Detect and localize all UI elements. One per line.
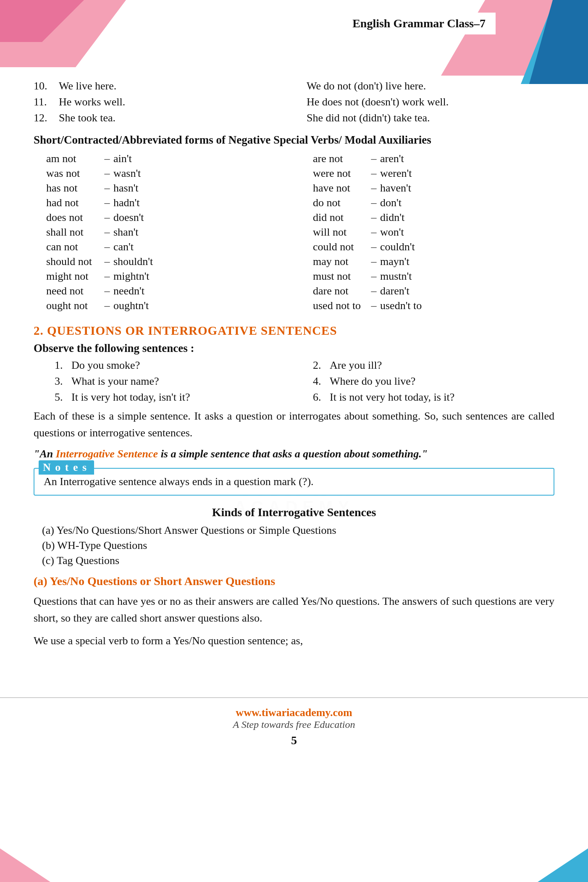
neg-dash: – (368, 299, 380, 312)
neg-dash: – (101, 226, 113, 239)
kinds-list-item: (a) Yes/No Questions/Short Answer Questi… (42, 524, 554, 537)
item-number: 11. (34, 96, 59, 108)
neg-short: mustn't (380, 270, 435, 283)
neg-full: used not to (313, 299, 368, 312)
sentence-item: 6.It is not very hot today, is it? (313, 391, 554, 404)
main-content: 10. We live here. We do not (don't) live… (0, 0, 588, 680)
kinds-list: (a) Yes/No Questions/Short Answer Questi… (42, 524, 554, 567)
neg-row: may not–mayn't (313, 255, 554, 268)
neg-short: couldn't (380, 241, 435, 253)
negative-forms-table: am not–ain'twas not–wasn'thas not–hasn't… (46, 152, 554, 312)
item-right: We do not (don't) live here. (307, 80, 554, 92)
neg-dash: – (368, 152, 380, 165)
item-left: He works well. (59, 96, 307, 108)
neg-row: dare not–daren't (313, 285, 554, 297)
neg-row: will not–won't (313, 226, 554, 239)
neg-row: does not–doesn't (46, 211, 288, 224)
sentence-text: It is very hot today, isn't it? (71, 391, 190, 404)
neg-short: doesn't (113, 211, 168, 224)
neg-full: do not (313, 197, 368, 209)
neg-short: needn't (113, 285, 168, 297)
neg-full: have not (313, 182, 368, 194)
neg-dash: – (101, 299, 113, 312)
neg-row: ought not–oughtn't (46, 299, 288, 312)
kinds-list-item: (b) WH-Type Questions (42, 539, 554, 552)
neg-full: did not (313, 211, 368, 224)
neg-row: was not–wasn't (46, 167, 288, 180)
neg-short: usedn't to (380, 299, 435, 312)
neg-col-left: am not–ain'twas not–wasn'thas not–hasn't… (46, 152, 288, 312)
neg-dash: – (101, 197, 113, 209)
neg-row: could not–couldn't (313, 241, 554, 253)
neg-dash: – (368, 226, 380, 239)
sentence-num: 4. (313, 375, 326, 388)
observe-label: Observe the following sentences : (34, 342, 554, 355)
sentence-item: 5.It is very hot today, isn't it? (55, 391, 296, 404)
neg-full: will not (313, 226, 368, 239)
sentence-num: 3. (55, 375, 67, 388)
sentence-num: 6. (313, 391, 326, 404)
neg-short: weren't (380, 167, 435, 180)
definition-colored-word: Interrogative Sentence (56, 448, 158, 460)
neg-row: has not–hasn't (46, 182, 288, 194)
neg-full: must not (313, 270, 368, 283)
neg-row: did not–didn't (313, 211, 554, 224)
kinds-list-item: (c) Tag Questions (42, 554, 554, 567)
neg-short: haven't (380, 182, 435, 194)
list-item: 11. He works well. He does not (doesn't)… (34, 96, 554, 108)
sentences-grid: 1.Do you smoke?2.Are you ill?3.What is y… (55, 359, 554, 404)
neg-dash: – (101, 255, 113, 268)
item-left: She took tea. (59, 112, 307, 124)
item-left: We live here. (59, 80, 307, 92)
neg-row: need not–needn't (46, 285, 288, 297)
neg-dash: – (101, 152, 113, 165)
sentence-item: 2.Are you ill? (313, 359, 554, 372)
sentence-item: 3.What is your name? (55, 375, 296, 388)
neg-row: am not–ain't (46, 152, 288, 165)
notes-label: N o t e s (39, 460, 94, 475)
neg-full: shall not (46, 226, 101, 239)
neg-dash: – (101, 270, 113, 283)
neg-short: shouldn't (113, 255, 168, 268)
neg-dash: – (101, 211, 113, 224)
paragraph3: We use a special verb to form a Yes/No q… (34, 633, 554, 649)
neg-short: hasn't (113, 182, 168, 194)
neg-col-right: are not–aren'twere not–weren'thave not–h… (313, 152, 554, 312)
sentence-text: Where do you live? (330, 375, 415, 388)
neg-short: hadn't (113, 197, 168, 209)
neg-dash: – (368, 182, 380, 194)
neg-row: shall not–shan't (46, 226, 288, 239)
neg-full: could not (313, 241, 368, 253)
neg-dash: – (101, 167, 113, 180)
neg-full: might not (46, 270, 101, 283)
sentence-text: Do you smoke? (71, 359, 140, 372)
neg-short: shan't (113, 226, 168, 239)
neg-short: didn't (380, 211, 435, 224)
sentence-num: 5. (55, 391, 67, 404)
neg-full: does not (46, 211, 101, 224)
neg-short: mightn't (113, 270, 168, 283)
sentence-text: It is not very hot today, is it? (330, 391, 454, 404)
subsection-a-heading: (a) Yes/No Questions or Short Answer Que… (34, 575, 554, 588)
neg-row: had not–hadn't (46, 197, 288, 209)
sentence-text: Are you ill? (330, 359, 382, 372)
footer-website: www.tiwariacademy.com (34, 706, 554, 719)
header-title-box: English Grammar Class–7 (342, 13, 496, 34)
corner-decoration-bottom-right (538, 848, 588, 882)
neg-short: aren't (380, 152, 435, 165)
footer: www.tiwariacademy.com A Step towards fre… (0, 697, 588, 751)
list-item: 10. We live here. We do not (don't) live… (34, 80, 554, 92)
neg-short: daren't (380, 285, 435, 297)
neg-short: won't (380, 226, 435, 239)
paragraph2: Questions that can have yes or no as the… (34, 593, 554, 627)
paragraph1: Each of these is a simple sentence. It a… (34, 408, 554, 442)
neg-dash: – (368, 211, 380, 224)
neg-row: were not–weren't (313, 167, 554, 180)
sentence-num: 1. (55, 359, 67, 372)
neg-full: dare not (313, 285, 368, 297)
neg-short: oughtn't (113, 299, 168, 312)
sentence-num: 2. (313, 359, 326, 372)
neg-dash: – (101, 241, 113, 253)
footer-tagline: A Step towards free Education (34, 719, 554, 730)
section1-heading: Short/Contracted/Abbreviated forms of Ne… (34, 134, 554, 147)
